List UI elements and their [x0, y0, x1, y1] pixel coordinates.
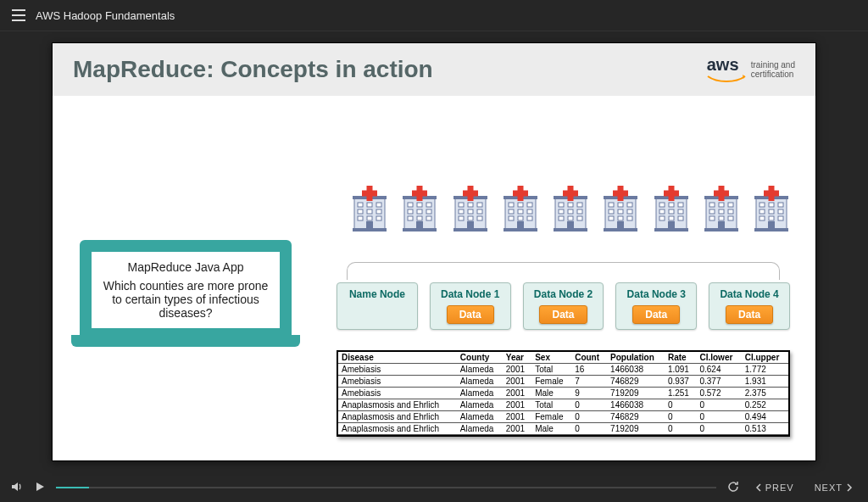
next-button[interactable]: NEXT: [810, 482, 858, 493]
hospital-icon: [552, 186, 589, 235]
svg-rect-119: [714, 191, 729, 197]
table-cell: 9: [571, 388, 607, 399]
svg-rect-87: [617, 221, 624, 230]
data-button[interactable]: Data: [539, 305, 587, 324]
aws-smile-icon: [707, 75, 746, 83]
svg-rect-117: [718, 221, 725, 230]
table-cell: Alameda: [457, 423, 503, 435]
svg-rect-36: [459, 209, 464, 214]
table-cell: 2001: [503, 399, 531, 411]
volume-icon[interactable]: [10, 480, 24, 495]
svg-rect-126: [760, 209, 765, 214]
svg-rect-94: [669, 203, 674, 207]
svg-rect-71: [577, 216, 582, 220]
svg-rect-64: [568, 203, 573, 207]
data-node-card: Data Node 1Data: [430, 282, 511, 330]
table-cell: Male: [531, 388, 571, 399]
svg-rect-53: [527, 209, 532, 214]
table-cell: 0: [571, 423, 607, 435]
replay-icon[interactable]: [726, 480, 740, 495]
hospital-icon: [753, 186, 790, 235]
slide-title: MapReduce: Concepts in action: [73, 56, 433, 83]
table-cell: 2001: [503, 388, 531, 399]
menu-icon[interactable]: [7, 9, 31, 21]
data-button[interactable]: Data: [726, 305, 773, 324]
svg-rect-134: [764, 191, 779, 197]
table-cell: 1.772: [742, 364, 788, 376]
table-header: CI.upper: [742, 352, 788, 364]
svg-rect-63: [559, 203, 564, 207]
svg-rect-8: [376, 209, 381, 214]
node-title: Data Node 3: [627, 288, 686, 300]
table-header: Sex: [531, 352, 571, 364]
name-node-card: Name NodeData: [337, 282, 418, 330]
svg-rect-67: [568, 209, 573, 214]
svg-rect-104: [664, 191, 679, 197]
svg-rect-128: [778, 209, 783, 214]
svg-rect-123: [760, 203, 765, 207]
svg-rect-72: [567, 221, 574, 230]
table-cell: 719209: [607, 388, 665, 399]
svg-rect-100: [669, 216, 674, 220]
laptop-graphic: MapReduce Java App Which counties are mo…: [80, 240, 292, 340]
table-cell: Alameda: [457, 376, 503, 388]
table-cell: 719209: [607, 423, 665, 435]
table-cell: 2.375: [742, 388, 788, 399]
table-cell: 0.513: [742, 423, 788, 435]
svg-rect-56: [527, 216, 532, 220]
slide-stage: MapReduce: Concepts in action aws traini…: [52, 42, 816, 461]
table-header: CI.lower: [696, 352, 741, 364]
svg-rect-110: [728, 203, 733, 207]
table-row: Anaplasmosis and EhrlichAlameda2001Male0…: [338, 423, 788, 435]
svg-rect-132: [768, 221, 775, 230]
table-cell: 2001: [503, 411, 531, 423]
play-icon[interactable]: [34, 481, 46, 494]
hospital-icon: [401, 186, 438, 235]
svg-rect-101: [678, 216, 683, 220]
svg-rect-57: [517, 221, 524, 230]
svg-rect-24: [408, 216, 413, 220]
svg-rect-39: [459, 216, 464, 220]
table-row: Anaplasmosis and EhrlichAlameda2001Total…: [338, 399, 788, 411]
table-cell: 0.624: [696, 364, 741, 376]
table-cell: 0.252: [742, 399, 788, 411]
data-button[interactable]: Data: [632, 305, 680, 324]
svg-rect-42: [467, 221, 474, 230]
data-button[interactable]: Data: [447, 305, 494, 324]
table-cell: Amebiasis: [338, 364, 457, 376]
svg-rect-80: [627, 203, 632, 207]
svg-rect-54: [509, 216, 514, 220]
next-label: NEXT: [815, 482, 843, 493]
table-cell: 1466038: [607, 399, 665, 411]
progress-track[interactable]: [56, 487, 716, 488]
svg-rect-109: [719, 203, 724, 207]
table-cell: Alameda: [457, 411, 503, 423]
table-cell: Male: [531, 423, 571, 435]
svg-rect-11: [376, 216, 381, 220]
course-title: AWS Hadoop Fundamentals: [36, 9, 175, 22]
table-cell: Female: [531, 376, 571, 388]
svg-rect-65: [577, 203, 582, 207]
table-cell: Anaplasmosis and Ehrlich: [338, 399, 457, 411]
svg-rect-84: [609, 216, 614, 220]
prev-button[interactable]: PREV: [750, 482, 799, 493]
svg-rect-4: [367, 203, 372, 207]
table-cell: 0: [571, 411, 607, 423]
node-title: Data Node 4: [720, 288, 778, 300]
svg-rect-41: [477, 216, 482, 220]
svg-rect-83: [627, 209, 632, 214]
data-node-card: Data Node 2Data: [523, 282, 604, 330]
svg-rect-3: [358, 203, 363, 207]
table-cell: 0: [665, 411, 697, 423]
topbar: AWS Hadoop Fundamentals: [0, 0, 868, 31]
svg-rect-38: [477, 209, 482, 214]
svg-rect-37: [468, 209, 473, 214]
svg-rect-66: [559, 209, 564, 214]
svg-rect-68: [577, 209, 582, 214]
table-row: AmebiasisAlameda2001Male97192091.2510.57…: [338, 388, 788, 399]
hospital-icon: [653, 186, 690, 235]
table-cell: 746829: [607, 376, 665, 388]
svg-rect-6: [358, 209, 363, 214]
table-cell: Female: [531, 411, 571, 423]
svg-rect-26: [426, 216, 431, 220]
